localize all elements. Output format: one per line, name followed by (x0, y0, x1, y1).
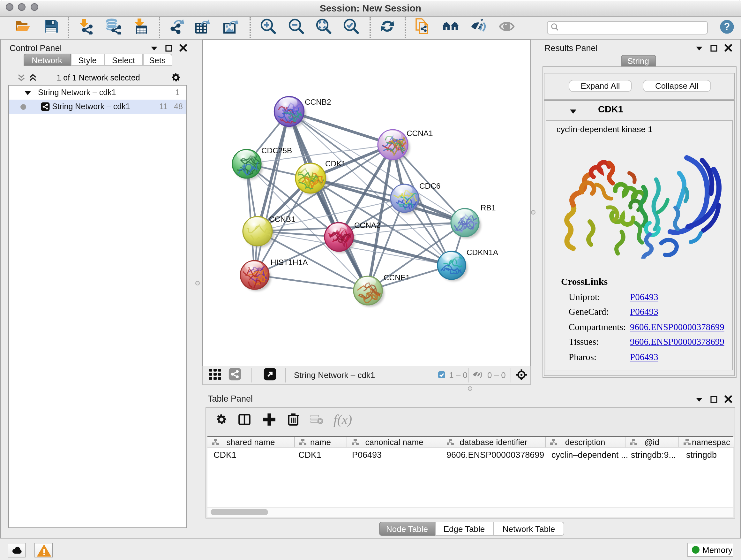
svg-text:CCNE1: CCNE1 (383, 273, 410, 282)
svg-text:CCNA1: CCNA1 (406, 129, 433, 138)
svg-text:?: ? (724, 21, 730, 32)
svg-text:CCNB1: CCNB1 (269, 215, 295, 224)
svg-text:CDC25B: CDC25B (261, 146, 292, 155)
svg-text:RB1: RB1 (480, 203, 495, 212)
svg-text:CCNA2: CCNA2 (354, 221, 381, 230)
svg-text:HIST1H1A: HIST1H1A (270, 258, 308, 266)
svg-text:CCNB2: CCNB2 (305, 98, 331, 106)
svg-text:CDC6: CDC6 (419, 182, 440, 190)
svg-text:CDK1: CDK1 (325, 159, 346, 168)
svg-text:CDKN1A: CDKN1A (466, 248, 498, 257)
